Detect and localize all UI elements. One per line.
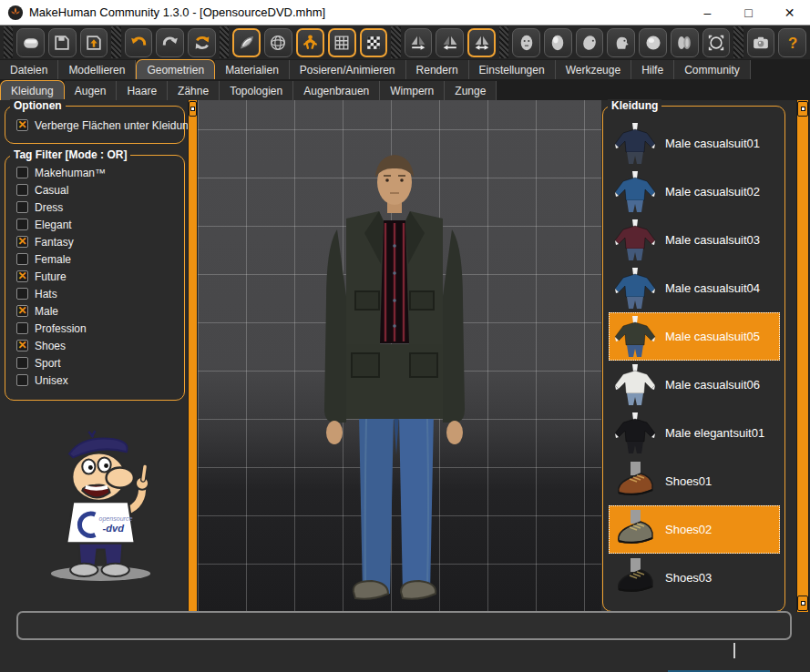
- checkbox-label: Male: [35, 305, 58, 318]
- subtab-topologien[interactable]: Topologien: [220, 81, 293, 100]
- undo-button[interactable]: [125, 28, 153, 57]
- background-button[interactable]: [360, 28, 388, 57]
- checkbox-makehuman[interactable]: ✕: [16, 167, 28, 178]
- clothing-item-male-elegantsuit01[interactable]: Male elegantsuit01: [609, 409, 780, 457]
- checkbox-row-shoes[interactable]: ✕Shoes: [5, 337, 184, 354]
- head-left-icon: [611, 33, 631, 53]
- symmetry-both-button[interactable]: [467, 28, 496, 57]
- checkbox-row-dress[interactable]: ✕Dress: [5, 199, 184, 216]
- view-orbit-button[interactable]: [702, 28, 731, 57]
- checkbox-shoes[interactable]: ✕: [16, 340, 28, 351]
- checkbox-unisex[interactable]: ✕: [16, 374, 28, 386]
- viewport-3d[interactable]: [198, 100, 601, 613]
- checkbox-row-verberge-fl-chen-unter-kleidung[interactable]: ✕Verberge Flächen unter Kleidung: [5, 117, 184, 134]
- pose-button[interactable]: [296, 28, 324, 57]
- checkbox-male[interactable]: ✕: [16, 305, 28, 317]
- right-panel-scrollbar[interactable]: [796, 100, 809, 612]
- subtab-haare[interactable]: Haare: [117, 81, 168, 100]
- tab-community[interactable]: Community: [674, 60, 751, 79]
- tab-posieren-animieren[interactable]: Posieren/Animieren: [290, 60, 406, 79]
- checkbox-row-makehuman[interactable]: ✕Makehuman™: [5, 164, 184, 181]
- checkbox-female[interactable]: ✕: [16, 253, 28, 265]
- tab-dateien[interactable]: Dateien: [0, 60, 58, 79]
- left-panel-scrollbar[interactable]: [188, 100, 198, 613]
- checkbox-row-sport[interactable]: ✕Sport: [5, 354, 184, 372]
- grab-screenshot-button[interactable]: [747, 28, 775, 57]
- grid-button[interactable]: [328, 28, 356, 57]
- sub-tab-bar: KleidungAugenHaareZähneTopologienAugenbr…: [0, 79, 810, 100]
- right-scrollbar-thumb-bottom[interactable]: [797, 596, 808, 611]
- subtab-kleidung[interactable]: Kleidung: [0, 80, 65, 100]
- checkbox-future[interactable]: ✕: [16, 270, 28, 282]
- checkbox-elegant[interactable]: ✕: [16, 219, 28, 230]
- view-back-button[interactable]: [544, 28, 572, 57]
- checkbox-verberge-fl-chen-unter-kleidung[interactable]: ✕: [16, 119, 28, 131]
- checkbox-row-future[interactable]: ✕Future: [5, 268, 184, 285]
- view-right-button[interactable]: [576, 28, 604, 57]
- redo-button[interactable]: [156, 28, 184, 57]
- subtab-wimpern[interactable]: Wimpern: [380, 81, 445, 100]
- clothing-item-male-casualsuit04[interactable]: Male casualsuit04: [609, 264, 780, 312]
- view-front-button[interactable]: [512, 28, 540, 57]
- checkbox-hats[interactable]: ✕: [16, 288, 28, 300]
- clothing-item-label: Male casualsuit03: [665, 233, 760, 247]
- checkbox-row-female[interactable]: ✕Female: [5, 250, 184, 268]
- view-top-button[interactable]: [639, 28, 667, 57]
- checkbox-dress[interactable]: ✕: [16, 201, 28, 213]
- checkbox-row-elegant[interactable]: ✕Elegant: [5, 216, 184, 233]
- tab-einstellungen[interactable]: Einstellungen: [469, 60, 556, 79]
- right-scrollbar-thumb-top[interactable]: [797, 101, 808, 117]
- save-button[interactable]: [48, 28, 77, 57]
- tab-werkzeuge[interactable]: Werkzeuge: [556, 60, 631, 79]
- checkbox-row-hats[interactable]: ✕Hats: [5, 285, 184, 302]
- tab-geometrien[interactable]: Geometrien: [136, 59, 215, 79]
- checkbox-sport[interactable]: ✕: [16, 357, 28, 369]
- clothing-item-shoes03[interactable]: Shoes03: [609, 554, 780, 602]
- checkbox-fantasy[interactable]: ✕: [16, 236, 28, 248]
- left-scrollbar-thumb[interactable]: [189, 101, 197, 117]
- reset-camera-button[interactable]: [188, 28, 216, 57]
- checkbox-row-profession[interactable]: ✕Profession: [5, 320, 184, 337]
- clothing-item-male-casualsuit02[interactable]: Male casualsuit02: [609, 168, 780, 216]
- human-model[interactable]: [293, 146, 503, 606]
- clothing-item-male-casualsuit01[interactable]: Male casualsuit01: [609, 119, 780, 168]
- checkbox-label: Sport: [35, 357, 61, 370]
- checkbox-row-male[interactable]: ✕Male: [5, 302, 184, 320]
- tab-modellieren[interactable]: Modellieren: [58, 60, 136, 79]
- clothing-item-male-casualsuit05[interactable]: Male casualsuit05: [609, 312, 780, 361]
- checkbox-casual[interactable]: ✕: [16, 184, 28, 196]
- subtab-z-hne[interactable]: Zähne: [168, 81, 220, 100]
- wireframe-button[interactable]: [264, 28, 292, 57]
- clothing-item-shoes02[interactable]: Shoes02: [609, 505, 780, 554]
- tab-rendern[interactable]: Rendern: [406, 60, 469, 79]
- help-button[interactable]: ?: [778, 28, 806, 57]
- minimize-button[interactable]: –: [687, 0, 728, 25]
- tab-hilfe[interactable]: Hilfe: [631, 60, 674, 79]
- checkbox-label: Casual: [35, 184, 68, 197]
- close-button[interactable]: ✕: [769, 0, 810, 25]
- load-button[interactable]: [80, 28, 108, 57]
- subtab-augen[interactable]: Augen: [65, 81, 118, 100]
- checkbox-label: Hats: [35, 288, 57, 300]
- maximize-button[interactable]: □: [728, 0, 769, 25]
- subtab-augenbrauen[interactable]: Augenbrauen: [293, 81, 380, 100]
- new-button[interactable]: [16, 28, 45, 57]
- view-side-button[interactable]: [671, 28, 699, 57]
- symmetry-right-button[interactable]: [405, 28, 433, 57]
- checkbox-row-unisex[interactable]: ✕Unisex: [5, 372, 184, 389]
- checkbox-label: Shoes: [35, 340, 66, 352]
- text-caret: [733, 643, 735, 658]
- clothing-item-male-casualsuit06[interactable]: Male casualsuit06: [609, 361, 780, 409]
- clothing-item-male-casualsuit03[interactable]: Male casualsuit03: [609, 216, 780, 264]
- checkbox-profession[interactable]: ✕: [16, 322, 28, 334]
- checkbox-row-fantasy[interactable]: ✕Fantasy: [5, 233, 184, 250]
- clothing-item-shoes01[interactable]: Shoes01: [609, 457, 780, 505]
- clothing-item-label: Male elegantsuit01: [665, 426, 764, 440]
- undo-icon: [128, 33, 149, 53]
- subtab-zunge[interactable]: Zunge: [445, 81, 497, 100]
- symmetry-left-button[interactable]: [436, 28, 464, 57]
- view-left-button[interactable]: [607, 28, 635, 57]
- checkbox-row-casual[interactable]: ✕Casual: [5, 181, 184, 199]
- smooth-button[interactable]: [232, 28, 261, 57]
- tab-materialien[interactable]: Materialien: [215, 60, 290, 79]
